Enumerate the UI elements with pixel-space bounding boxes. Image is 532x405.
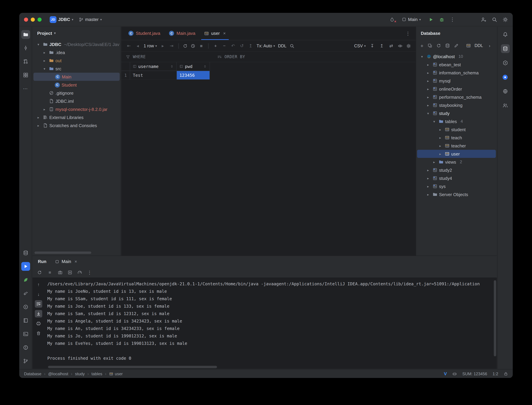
export-data-button[interactable]: ↧ [370, 43, 375, 48]
db-item-staybooking[interactable]: ▸ staybooking [416, 101, 497, 109]
clear-console-button[interactable] [35, 330, 42, 337]
column-header-pwd[interactable]: pwd [177, 62, 210, 71]
collaboration-button[interactable] [501, 101, 510, 110]
prev-occurrence-button[interactable]: ↑ [35, 281, 42, 288]
submit-button[interactable]: ↥ [248, 43, 254, 48]
tab-user-table[interactable]: user × [200, 27, 230, 40]
chevron-down-icon[interactable]: ▾ [42, 67, 47, 70]
horizontal-scrollbar[interactable] [48, 366, 217, 368]
chevron-right-icon[interactable]: ▸ [438, 136, 443, 139]
tree-item-gitignore[interactable]: .gitignore [33, 89, 121, 97]
run-tab-main[interactable]: Main × [55, 259, 77, 264]
rerun-button[interactable] [37, 270, 42, 275]
aggregate-sum[interactable]: SUM: 123456 [462, 371, 487, 376]
pull-requests-tool-button[interactable] [21, 57, 30, 66]
cell-username[interactable]: Test [130, 71, 177, 80]
chevron-down-icon[interactable]: ▾ [432, 120, 437, 123]
chevron-right-icon[interactable]: ▸ [42, 59, 47, 62]
chevron-right-icon[interactable]: ▸ [432, 160, 437, 164]
print-button[interactable] [35, 320, 42, 327]
ai-assistant-button[interactable] [501, 59, 510, 67]
more-options-button[interactable]: ⋮ [87, 270, 92, 275]
project-tool-button[interactable] [21, 30, 30, 39]
add-row-button[interactable]: + [213, 43, 218, 48]
datasource-properties-button[interactable] [445, 43, 450, 48]
chevron-down-icon[interactable]: ▾ [419, 54, 424, 58]
ideavim-icon[interactable]: V [444, 371, 447, 376]
db-item-performance-schema[interactable]: ▸ performance_schema [416, 93, 497, 101]
chevron-right-icon[interactable]: ▸ [425, 168, 431, 172]
edit-source-button[interactable] [454, 43, 459, 48]
db-item-ebean-test[interactable]: ▸ ebean_test [416, 61, 497, 69]
db-item-localhost[interactable]: ▾ @localhost 10 [416, 52, 497, 61]
db-item-views-group[interactable]: ▸ views 2 [416, 158, 497, 166]
sort-toggle-icon[interactable] [170, 65, 174, 68]
branch-widget[interactable]: master ▾ [77, 15, 104, 24]
commit-tool-button[interactable] [21, 44, 30, 52]
chevron-right-icon[interactable]: ▸ [425, 79, 431, 83]
blue-dot-plugin-button[interactable] [501, 73, 510, 81]
tree-item-student[interactable]: C Student [33, 81, 121, 89]
database-tool-button[interactable] [501, 44, 510, 53]
structure-tool-button[interactable] [21, 71, 30, 80]
chevron-right-icon[interactable]: ▸ [36, 124, 41, 127]
compare-button[interactable]: ⇄ [388, 43, 394, 48]
terminal-tool-button[interactable] [21, 330, 30, 338]
breadcrumb-user[interactable]: user [109, 371, 123, 376]
db-item-study[interactable]: ▾ study [416, 109, 497, 117]
add-datasource-button[interactable]: + [420, 43, 424, 48]
chevron-right-icon[interactable]: ▸ [438, 128, 443, 131]
last-page-button[interactable]: ⇥ [169, 43, 175, 48]
vertical-scrollbar[interactable] [494, 280, 496, 356]
chevron-right-icon[interactable]: ▸ [36, 115, 41, 119]
chevron-right-icon[interactable]: ▸ [425, 87, 431, 91]
documentation-tool-button[interactable] [21, 316, 30, 325]
db-item-mysql[interactable]: ▸ mysql [416, 77, 497, 85]
tree-item-main-selected[interactable]: C Main [34, 73, 120, 81]
tab-options-button[interactable]: ⋮ [406, 31, 413, 36]
grid-settings-button[interactable] [406, 43, 411, 48]
tree-item-external-libraries[interactable]: ▸ External Libraries [33, 113, 121, 121]
profiler-button[interactable] [77, 270, 82, 275]
ddl-button[interactable]: DDL [475, 43, 483, 48]
find-in-grid-button[interactable] [290, 43, 294, 48]
caret-position[interactable]: 1:2 [493, 371, 498, 376]
close-tab-icon[interactable]: × [74, 259, 77, 264]
ddl-button[interactable]: DDL [278, 43, 286, 48]
chevron-right-icon[interactable]: ▸ [425, 193, 431, 196]
close-window-button[interactable] [24, 17, 28, 21]
tree-item-src[interactable]: ▾ src [33, 65, 121, 73]
row-number-header[interactable] [121, 62, 130, 71]
chevron-down-icon[interactable]: ▾ [425, 111, 431, 115]
breadcrumb-localhost[interactable]: @localhost [48, 371, 68, 376]
soft-wrap-button[interactable] [35, 300, 42, 308]
view-options-button[interactable] [398, 43, 403, 48]
more-chevron-button[interactable]: › [487, 43, 492, 48]
chevron-right-icon[interactable]: ▸ [425, 103, 431, 107]
export-format-selector[interactable]: CSV▾ [354, 43, 366, 48]
query-history-button[interactable] [191, 43, 195, 48]
run-button[interactable] [428, 17, 434, 22]
minimize-window-button[interactable] [31, 17, 35, 21]
breadcrumb-tables[interactable]: tables [91, 371, 102, 376]
chevron-right-icon[interactable]: ▸ [438, 144, 443, 148]
lock-icon[interactable] [504, 371, 508, 376]
revert-button[interactable]: ↶ [230, 43, 236, 48]
duplicate-button[interactable] [428, 43, 432, 48]
tree-item-out[interactable]: ▸ out [33, 56, 121, 65]
tab-main-java[interactable]: C Main.java [165, 27, 200, 40]
more-tools-button[interactable]: ⋯ [21, 84, 30, 93]
problems-tool-button[interactable] [21, 343, 30, 352]
profiler-disconnected-icon[interactable]: × [390, 17, 395, 22]
copilot-icon[interactable] [452, 371, 457, 376]
tree-item-idea[interactable]: ▸ .idea [33, 48, 121, 56]
project-widget[interactable]: JD JDBC ▾ [48, 15, 75, 24]
thread-dump-button[interactable] [58, 270, 62, 275]
settings-button[interactable] [503, 17, 508, 22]
db-item-study4[interactable]: ▸ study4 [416, 174, 497, 182]
where-filter[interactable]: WHERE [126, 54, 146, 59]
version-control-tool-button[interactable] [21, 357, 30, 365]
tree-item-jdbc-iml[interactable]: JDBC.iml [33, 97, 121, 105]
tree-item-jdbc-root[interactable]: ▾ JDBC ~/Desktop/CS/JavaEE/1 Jav [33, 40, 121, 48]
db-item-onlineorder[interactable]: ▸ onlineOrder [416, 85, 497, 93]
